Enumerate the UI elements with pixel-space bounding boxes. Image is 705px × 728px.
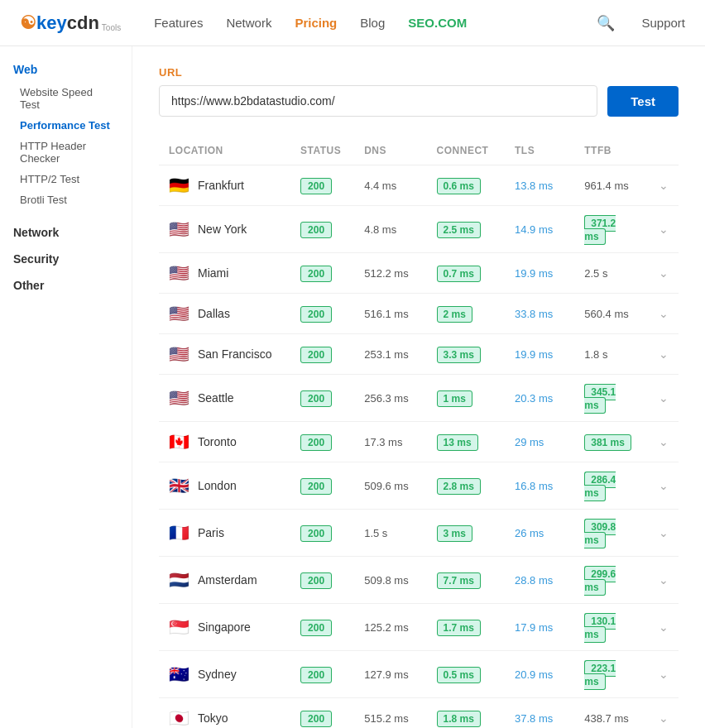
url-input[interactable] [159, 85, 597, 117]
sidebar: Web Website Speed Test Performance Test … [0, 46, 132, 728]
col-header-expand [649, 136, 679, 165]
flag-icon: 🇦🇺 [169, 664, 189, 684]
dns-value: 4.4 ms [364, 180, 396, 192]
results-table: LOCATION STATUS DNS CONNECT TLS TTFB 🇩🇪 … [159, 136, 679, 728]
connect-badge: 2 ms [437, 306, 472, 323]
connect-badge: 2.8 ms [437, 478, 481, 495]
dns-value: 516.1 ms [364, 308, 408, 320]
nav-seo[interactable]: SEO.COM [408, 16, 467, 30]
ttfb-badge: 345.1 ms [584, 384, 616, 414]
sidebar-item-performance-test[interactable]: Performance Test [13, 116, 118, 135]
table-row: 🇬🇧 London 200 509.6 ms 2.8 ms 16.8 ms 28… [159, 462, 679, 510]
nav-blog[interactable]: Blog [360, 16, 385, 30]
url-section: URL Test [159, 66, 679, 117]
status-badge: 200 [300, 306, 332, 323]
ttfb-badge: 309.8 ms [584, 519, 616, 548]
col-header-status: STATUS [290, 136, 354, 165]
status-badge: 200 [300, 711, 332, 727]
sidebar-item-http2[interactable]: HTTP/2 Test [13, 170, 118, 189]
table-row: 🇺🇸 Seattle 200 256.3 ms 1 ms 20.3 ms 345… [159, 375, 679, 422]
flag-icon: 🇳🇱 [169, 570, 189, 590]
status-badge: 200 [300, 478, 332, 495]
nav-pricing[interactable]: Pricing [295, 16, 337, 30]
dns-value: 4.8 ms [364, 223, 396, 236]
tls-value: 29 ms [515, 436, 544, 448]
expand-icon[interactable]: ⌄ [659, 479, 669, 492]
location-name: Paris [198, 526, 224, 539]
logo-sub: Tools [102, 23, 121, 32]
flag-icon: 🇫🇷 [169, 523, 189, 543]
search-icon[interactable]: 🔍 [597, 14, 615, 32]
flag-icon: 🇺🇸 [169, 388, 189, 408]
nav-support[interactable]: Support [641, 16, 685, 30]
location-cell: 🇬🇧 London [169, 476, 281, 496]
dns-value: 515.2 ms [364, 712, 408, 725]
tls-value: 17.9 ms [515, 621, 553, 634]
expand-icon[interactable]: ⌄ [659, 266, 669, 280]
tls-value: 20.3 ms [515, 392, 553, 405]
flag-icon: 🇺🇸 [169, 304, 189, 323]
expand-icon[interactable]: ⌄ [659, 223, 669, 236]
location-cell: 🇸🇬 Singapore [169, 617, 281, 637]
ttfb-value: 560.4 ms [584, 308, 628, 320]
tls-value: 37.8 ms [515, 712, 553, 725]
location-name: Sydney [198, 668, 237, 681]
connect-badge: 1.7 ms [437, 620, 481, 636]
nav-features[interactable]: Features [154, 16, 203, 30]
tls-value: 16.8 ms [515, 480, 553, 492]
sidebar-item-brotli[interactable]: Brotli Test [13, 190, 118, 209]
logo[interactable]: ☯keycdn Tools [20, 12, 121, 34]
location-cell: 🇯🇵 Tokyo [169, 708, 281, 728]
sidebar-item-http-header[interactable]: HTTP Header Checker [13, 136, 118, 168]
expand-icon[interactable]: ⌄ [659, 391, 669, 405]
status-badge: 200 [300, 347, 332, 363]
ttfb-badge: 299.6 ms [584, 566, 616, 596]
flag-icon: 🇸🇬 [169, 617, 189, 637]
table-row: 🇸🇬 Singapore 200 125.2 ms 1.7 ms 17.9 ms… [159, 604, 679, 651]
location-cell: 🇺🇸 Seattle [169, 388, 281, 408]
tls-value: 20.9 ms [515, 668, 553, 681]
expand-icon[interactable]: ⌄ [659, 668, 669, 681]
nav-network[interactable]: Network [226, 16, 271, 30]
sidebar-network-title: Network [13, 226, 118, 239]
sidebar-security-section: Security [13, 252, 118, 266]
location-cell: 🇦🇺 Sydney [169, 664, 281, 684]
location-cell: 🇺🇸 San Francisco [169, 344, 281, 364]
expand-icon[interactable]: ⌄ [659, 347, 669, 361]
sidebar-item-website-speed[interactable]: Website Speed Test [13, 83, 118, 114]
sidebar-web-title: Web [13, 63, 118, 76]
expand-icon[interactable]: ⌄ [659, 435, 669, 448]
expand-icon[interactable]: ⌄ [659, 573, 669, 587]
status-badge: 200 [300, 572, 332, 589]
dns-value: 509.6 ms [364, 480, 408, 492]
location-name: London [198, 479, 237, 492]
location-name: Miami [198, 266, 228, 280]
flag-icon: 🇯🇵 [169, 708, 189, 728]
dns-value: 127.9 ms [364, 668, 408, 681]
ttfb-value: 961.4 ms [584, 180, 628, 192]
dns-value: 1.5 s [364, 527, 387, 539]
url-label: URL [159, 66, 679, 79]
dns-value: 256.3 ms [364, 392, 408, 405]
location-cell: 🇫🇷 Paris [169, 523, 281, 543]
expand-icon[interactable]: ⌄ [659, 179, 669, 192]
connect-badge: 3 ms [437, 525, 472, 542]
expand-icon[interactable]: ⌄ [659, 620, 669, 634]
url-row: Test [159, 85, 679, 117]
ttfb-value: 1.8 s [584, 348, 607, 361]
expand-icon[interactable]: ⌄ [659, 307, 669, 320]
status-badge: 200 [300, 667, 332, 683]
test-button[interactable]: Test [607, 86, 679, 117]
table-row: 🇳🇱 Amsterdam 200 509.8 ms 7.7 ms 28.8 ms… [159, 557, 679, 604]
connect-badge: 0.5 ms [437, 667, 481, 683]
flag-icon: 🇬🇧 [169, 476, 189, 496]
flag-icon: 🇨🇦 [169, 432, 189, 452]
connect-badge: 0.6 ms [437, 178, 481, 194]
status-badge: 200 [300, 222, 332, 238]
tls-value: 26 ms [515, 527, 544, 539]
expand-icon[interactable]: ⌄ [659, 526, 669, 539]
table-row: 🇦🇺 Sydney 200 127.9 ms 0.5 ms 20.9 ms 22… [159, 651, 679, 698]
expand-icon[interactable]: ⌄ [659, 711, 669, 725]
status-badge: 200 [300, 266, 332, 282]
table-row: 🇺🇸 New York 200 4.8 ms 2.5 ms 14.9 ms 37… [159, 206, 679, 253]
